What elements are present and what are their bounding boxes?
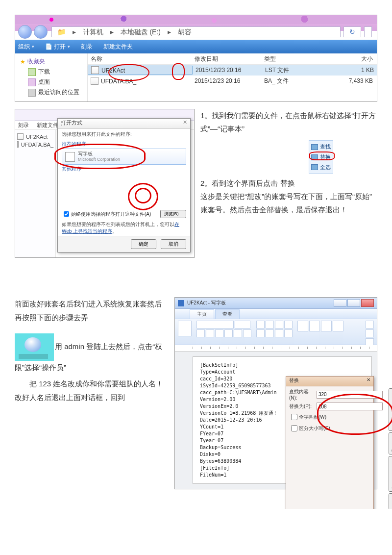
col-date[interactable]: 修改日期 [192, 55, 261, 63]
find-btn[interactable] [366, 321, 374, 328]
breadcrumb-seg[interactable]: 计算机 [83, 28, 103, 36]
indent-dec[interactable] [266, 321, 274, 328]
explorer-sidebar: ★收藏夹 下载 桌面 最近访问的位置 [15, 53, 88, 101]
close-icon[interactable]: ✕ [183, 119, 187, 128]
tab-view[interactable]: 查看 [215, 309, 240, 319]
wordpad-icon [65, 152, 75, 162]
close-icon[interactable]: ✕ [367, 377, 370, 385]
replace-input[interactable] [317, 403, 383, 410]
insert-paint[interactable] [309, 321, 320, 331]
burn-button[interactable]: 刻录 [81, 43, 93, 51]
ok-button[interactable]: 确定 [131, 239, 156, 249]
align-right[interactable] [275, 329, 283, 337]
insert-date[interactable] [321, 321, 332, 331]
column-headers[interactable]: 名称 修改日期 类型 大小 [88, 53, 377, 65]
nav-back-button[interactable] [18, 25, 32, 39]
step3c-text: 把 123 姓名改成你和你需要组队的人名！改好人名后退出上面对话框，回到 [15, 377, 167, 404]
refresh-button[interactable]: ↻ [343, 26, 361, 37]
sidebar-desktop[interactable]: 桌面 [28, 78, 83, 86]
font-select[interactable] [196, 321, 234, 328]
open-menu[interactable]: 📄 打开 [45, 43, 70, 51]
burn-btn-small[interactable]: 刻录 [18, 122, 29, 129]
sidebar-recent[interactable]: 最近访问的位置 [28, 88, 83, 97]
browse-button[interactable]: 浏览(B)... [160, 210, 187, 218]
sidebar-downloads[interactable]: 下载 [28, 68, 83, 76]
match-case-checkbox[interactable] [291, 425, 297, 431]
ribbon-tabs: 主页 查看 [175, 309, 377, 319]
sub-button[interactable] [234, 329, 242, 337]
insert-obj[interactable] [333, 321, 343, 331]
window-close-button[interactable] [361, 299, 374, 307]
admin-shortcut-icon [15, 333, 54, 361]
align-justify[interactable] [284, 329, 293, 337]
new-folder-button[interactable]: 新建文件夹 [103, 43, 133, 51]
web-hint: 如果您想要的程序不在列表或您的计算机上，您可以在 Web 上寻找适当的程序。 [58, 220, 190, 236]
annotation-circle [172, 63, 185, 80]
instruction-text-block: 1。找到我们需要的文件，在点击鼠标右键选择“打开方式”—“记事本” 查找 替换 … [200, 109, 377, 258]
maximize-button[interactable] [347, 299, 360, 307]
cancel-button[interactable]: 取消 [161, 239, 186, 249]
align-left[interactable] [256, 329, 265, 337]
step2-desc: 这步是关键把“想改”的账套号写在下面，上面写“原始”账套号。然后点击全部替换，最… [200, 190, 377, 216]
instruction-text-block-2: 前面改好账套名后我们进入系统恢复账套然后再按照下面的步骤去弄 用 admin 登… [15, 297, 167, 489]
mini-filelist: UF2KAct UFDATA.BA_ [15, 130, 56, 257]
open-with-dialog: 打开方式✕ 选择您想用来打开此文件的程序: 推荐的程序 写字板Microsoft… [57, 118, 191, 252]
replace-btn[interactable] [366, 329, 374, 337]
address-bar[interactable]: 📁 ▸ 计算机 ▸ 本地磁盘 (E:) ▸ 胡容 [51, 26, 341, 37]
paste-button[interactable] [178, 321, 192, 336]
replace-one-button[interactable]: 替换(R) [389, 432, 392, 454]
favorites-header[interactable]: ★收藏夹 [20, 57, 83, 66]
search-button[interactable] [364, 26, 372, 37]
folder-icon: 📁 [57, 28, 66, 36]
minimize-button[interactable] [334, 299, 346, 307]
linesp-button[interactable] [284, 321, 293, 328]
breadcrumb-seg[interactable]: 胡容 [178, 28, 192, 36]
whole-word-checkbox[interactable] [291, 414, 297, 420]
recent-icon [28, 89, 36, 97]
replace-dialog: 替换✕ 查找内容(N): 替换为(P): 全字匹配(W) 区分大小写(C) 查找… [286, 376, 374, 509]
nav-forward-button[interactable] [34, 25, 48, 39]
ruler [175, 345, 377, 352]
size-select[interactable] [235, 321, 250, 328]
strike-button[interactable] [224, 329, 233, 337]
annotation-arrow [135, 188, 151, 203]
always-checkbox[interactable] [64, 211, 69, 217]
explorer-toolbar: 组织 📄 打开 刻录 新建文件夹 [15, 40, 377, 53]
file-icon [91, 66, 99, 74]
col-type[interactable]: 类型 [261, 55, 326, 63]
replace-cancel-button[interactable]: 取消 [389, 493, 392, 509]
italic-button[interactable] [206, 329, 214, 337]
bold-button[interactable] [196, 329, 205, 337]
find-next-button[interactable]: 查找下一个(F) [389, 388, 392, 431]
find-icon [311, 144, 318, 150]
list-button[interactable] [256, 321, 265, 328]
indent-inc[interactable] [275, 321, 283, 328]
underline-button[interactable] [215, 329, 223, 337]
always-checkbox-row[interactable]: 始终使用选择的程序打开这种文件(A) 浏览(B)... [58, 208, 190, 220]
color-button[interactable] [243, 329, 251, 337]
tab-home[interactable]: 主页 [190, 309, 214, 319]
desktop-icon [28, 78, 36, 86]
program-item-wordpad[interactable]: 写字板Microsoft Corporation [62, 149, 186, 165]
col-size[interactable]: 大小 [326, 55, 376, 63]
dialog-message: 选择您想用来打开此文件的程序: [58, 129, 190, 140]
align-center[interactable] [266, 329, 274, 337]
file-icon [91, 77, 98, 85]
replace-icon [311, 154, 318, 160]
mini-file[interactable]: UF2KAct [17, 133, 53, 140]
mini-file[interactable]: UFDATA.BA_ [17, 141, 53, 148]
find-input[interactable] [317, 391, 383, 399]
star-icon: ★ [20, 58, 25, 65]
replace-all-button[interactable]: 全部替换(A) [389, 456, 392, 492]
wordpad-title-text: UF2KAct - 写字板 [187, 300, 333, 306]
find-replace-panel-icon: 查找 替换 全选 [309, 140, 333, 174]
breadcrumb-seg[interactable]: 本地磁盘 (E:) [121, 28, 161, 36]
openwith-screenshot: 刻录 新建文件夹 UF2KAct UFDATA.BA_ 打开方式✕ 选择您想用来… [15, 109, 195, 258]
find-label: 查找内容(N): [289, 388, 317, 401]
insert-pic[interactable] [297, 321, 308, 331]
col-name[interactable]: 名称 [88, 55, 192, 63]
step2-text: 2。看到这个界面后点击 替换 [200, 177, 377, 190]
organize-menu[interactable]: 组织 [18, 43, 34, 51]
notepad-icon: 📄 [45, 43, 52, 50]
other-programs-header[interactable]: 其他程序 [62, 166, 186, 173]
